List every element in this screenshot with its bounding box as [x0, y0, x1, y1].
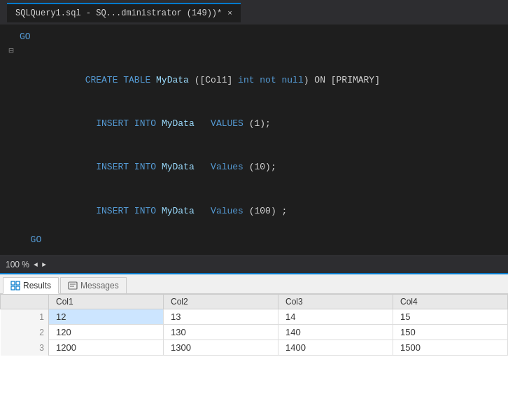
row-num: 3 — [1, 340, 49, 356]
table-row[interactable]: 1 12 13 14 15 — [1, 309, 508, 325]
editor-tab[interactable]: SQLQuery1.sql - SQ...dministrator (149))… — [7, 3, 241, 22]
cell-col2[interactable]: 13 — [163, 309, 278, 325]
cell-col1[interactable]: 120 — [48, 325, 163, 340]
cell-col2[interactable]: 130 — [163, 325, 278, 340]
code-line: INSERT INTO MyData Values (10); — [0, 146, 508, 190]
zoom-left-arrow[interactable]: ◄ — [34, 261, 38, 269]
code-line — [0, 248, 508, 255]
tab-close-button[interactable]: × — [227, 9, 232, 18]
zoom-level: 100 % — [6, 260, 29, 270]
cell-col3[interactable]: 14 — [278, 309, 393, 325]
svg-rect-2 — [11, 286, 15, 290]
svg-rect-3 — [16, 286, 20, 290]
col-header-rownum — [1, 295, 49, 309]
cell-col2[interactable]: 1300 — [163, 340, 278, 356]
line-text: INSERT INTO MyData Values (10); — [17, 146, 508, 190]
cell-col1[interactable]: 12 — [48, 309, 163, 325]
col-header-col1: Col1 — [48, 295, 163, 309]
line-text: GO — [17, 233, 508, 248]
cell-col4[interactable]: 150 — [393, 325, 507, 340]
line-text: GO — [17, 30, 508, 45]
cell-col4[interactable]: 15 — [393, 309, 507, 325]
tab-results-label: Results — [23, 281, 51, 290]
results-panel: Results Messages Col1 — [0, 273, 508, 420]
table-header-row: Col1 Col2 Col3 Col4 — [1, 295, 508, 309]
messages-icon — [68, 281, 78, 290]
col-header-col4: Col4 — [393, 295, 507, 309]
col-header-col3: Col3 — [278, 295, 393, 309]
code-line: GO — [0, 233, 508, 248]
tab-label: SQLQuery1.sql - SQ...dministrator (149))… — [15, 8, 222, 18]
col-header-col2: Col2 — [163, 295, 278, 309]
row-num: 2 — [1, 325, 49, 340]
code-content: GO ⊟ CREATE TABLE MyData ([Col1] int not… — [0, 24, 508, 255]
row-num: 1 — [1, 309, 49, 325]
zoom-bar: 100 % ◄ ► — [0, 255, 508, 273]
collapse-icon[interactable]: ⊟ — [6, 45, 17, 58]
tab-results[interactable]: Results — [3, 277, 59, 294]
title-bar: SQLQuery1.sql - SQ...dministrator (149))… — [0, 0, 508, 24]
code-editor[interactable]: GO ⊟ CREATE TABLE MyData ([Col1] int not… — [0, 24, 508, 273]
code-line: CREATE TABLE MyData ([Col1] int not null… — [0, 59, 508, 102]
line-text: INSERT INTO MyData VALUES (1); — [17, 102, 508, 146]
main-window: SQLQuery1.sql - SQ...dministrator (149))… — [0, 0, 508, 420]
table-row[interactable]: 3 1200 1300 1400 1500 — [1, 340, 508, 356]
line-text: INSERT INTO MyData Values (100) ; — [17, 190, 508, 233]
cell-col3[interactable]: 1400 — [278, 340, 393, 356]
tab-messages[interactable]: Messages — [60, 277, 127, 294]
svg-rect-0 — [11, 281, 15, 285]
svg-rect-1 — [16, 281, 20, 285]
results-grid-icon — [10, 281, 20, 290]
code-line: GO — [0, 30, 508, 45]
cell-col3[interactable]: 140 — [278, 325, 393, 340]
zoom-right-arrow[interactable]: ► — [42, 261, 46, 269]
cell-col1[interactable]: 1200 — [48, 340, 163, 356]
line-text: CREATE TABLE MyData ([Col1] int not null… — [17, 59, 508, 102]
results-table-container[interactable]: Col1 Col2 Col3 Col4 1 12 13 14 15 — [0, 294, 508, 420]
code-line: ⊟ — [0, 45, 508, 59]
code-line: INSERT INTO MyData Values (100) ; — [0, 190, 508, 233]
tab-messages-label: Messages — [80, 281, 119, 290]
cell-col4[interactable]: 1500 — [393, 340, 507, 356]
svg-rect-4 — [69, 282, 77, 289]
code-line: INSERT INTO MyData VALUES (1); — [0, 102, 508, 146]
table-row[interactable]: 2 120 130 140 150 — [1, 325, 508, 340]
results-tab-bar: Results Messages — [0, 274, 508, 294]
results-table: Col1 Col2 Col3 Col4 1 12 13 14 15 — [0, 294, 508, 356]
